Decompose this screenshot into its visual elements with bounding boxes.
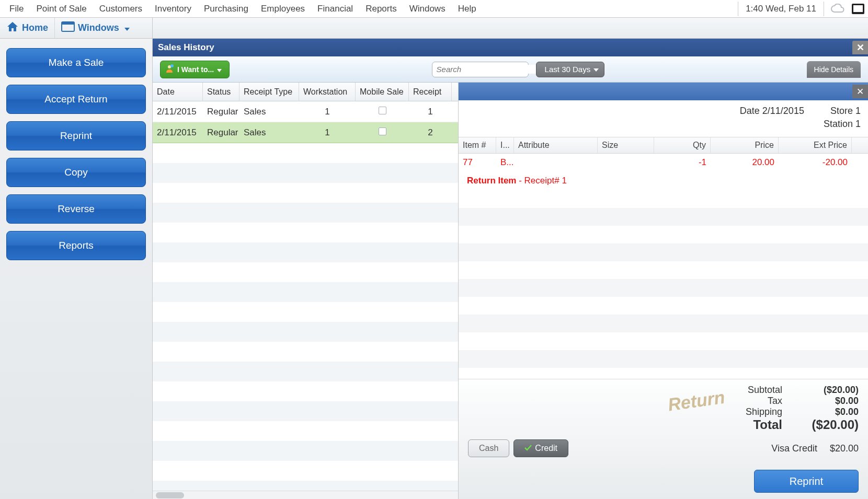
detail-panel: ✕ Date 2/11/2015 Store 1	[459, 83, 868, 499]
search-input-wrap[interactable]	[432, 62, 529, 77]
panel-title: Sales History	[158, 42, 214, 53]
sidebar-reverse-button[interactable]: Reverse	[6, 194, 146, 224]
item-cell: -1	[654, 157, 711, 168]
menu-financial[interactable]: Financial	[311, 2, 359, 16]
grid-cell	[356, 127, 409, 138]
item-col-i-[interactable]: I...	[496, 137, 514, 153]
grid-col-status[interactable]: Status	[203, 83, 239, 101]
grid-header: DateStatusReceipt TypeWorkstationMobile …	[153, 83, 458, 101]
grid-row[interactable]: 2/11/2015RegularSales12	[153, 122, 458, 143]
hide-details-button[interactable]: Hide Details	[807, 61, 861, 78]
tender-credit-button[interactable]: Credit	[513, 439, 568, 457]
menu-help[interactable]: Help	[452, 2, 483, 16]
menu-reports[interactable]: Reports	[359, 2, 403, 16]
grid-col-receipt[interactable]: Receipt	[409, 83, 452, 101]
windows-button[interactable]: Windows	[54, 18, 136, 38]
grid-cell: 2	[409, 127, 452, 138]
menu-purchasing[interactable]: Purchasing	[198, 2, 255, 16]
tax-label: Tax	[738, 396, 796, 407]
item-cell: -20.00	[779, 157, 852, 168]
total-label: Total	[738, 417, 796, 432]
grid-col-date[interactable]: Date	[153, 83, 203, 101]
credit-label: Credit	[535, 444, 557, 453]
search-input[interactable]	[437, 65, 536, 74]
mobile-sale-checkbox[interactable]	[379, 107, 386, 114]
windows-label: Windows	[78, 22, 119, 33]
hide-details-label: Hide Details	[814, 65, 853, 74]
i-want-to-label: I Want to...	[177, 65, 214, 74]
sidebar: Make a SaleAccept ReturnReprintCopyRever…	[0, 39, 153, 499]
sidebar-accept-return-button[interactable]: Accept Return	[6, 85, 146, 114]
menubar: FilePoint of SaleCustomersInventoryPurch…	[0, 0, 868, 18]
detail-stripes	[459, 190, 868, 379]
grid-cell: Sales	[239, 107, 299, 117]
return-note-bold: Return Item	[467, 176, 516, 185]
item-row[interactable]: 77B...-120.00-20.00	[459, 154, 868, 171]
sidebar-reprint-button[interactable]: Reprint	[6, 121, 146, 150]
panel-close-button[interactable]: ✕	[852, 41, 868, 54]
grid-col-workstation[interactable]: Workstation	[299, 83, 356, 101]
item-col-price[interactable]: Price	[711, 137, 779, 153]
chevron-down-icon	[124, 22, 130, 33]
subtotal-label: Subtotal	[738, 385, 796, 396]
item-col-size[interactable]: Size	[598, 137, 654, 153]
user-icon	[165, 64, 174, 75]
mobile-sale-checkbox[interactable]	[379, 127, 386, 135]
item-col-item-[interactable]: Item #	[459, 137, 496, 153]
date-filter-dropdown[interactable]: Last 30 Days	[536, 62, 605, 77]
grid-cell	[356, 107, 409, 117]
summary: Return Subtotal($20.00) Tax$0.00 Shippin…	[459, 379, 868, 499]
reprint-button[interactable]: Reprint	[754, 470, 859, 493]
sidebar-make-a-sale-button[interactable]: Make a Sale	[6, 48, 146, 77]
grid-row[interactable]: 2/11/2015RegularSales11	[153, 101, 458, 122]
meta-date-value: 2/11/2015	[762, 106, 804, 116]
return-note: Return Item - Receipt# 1	[459, 171, 868, 190]
svg-rect-3	[62, 22, 74, 25]
horizontal-scrollbar[interactable]	[153, 491, 458, 499]
i-want-to-button[interactable]: I Want to...	[160, 61, 230, 78]
meta-store-label: Store	[830, 106, 853, 116]
sidebar-copy-button[interactable]: Copy	[6, 158, 146, 187]
shipping-label: Shipping	[738, 407, 796, 417]
menu-customers[interactable]: Customers	[93, 2, 149, 16]
item-grid-header: Item #I...AttributeSizeQtyPriceExt Price	[459, 137, 868, 154]
svg-rect-1	[853, 5, 863, 12]
home-button[interactable]: Home	[0, 18, 54, 38]
scrollbar-thumb[interactable]	[156, 492, 184, 498]
return-note-rest: - Receipt# 1	[516, 176, 566, 185]
grid-cell: Sales	[239, 127, 299, 138]
menu-point-of-sale[interactable]: Point of Sale	[30, 2, 93, 16]
item-col-qty[interactable]: Qty	[654, 137, 711, 153]
menu-windows[interactable]: Windows	[403, 2, 452, 16]
grid-col-mobile-sale[interactable]: Mobile Sale	[356, 83, 409, 101]
svg-point-5	[170, 64, 174, 67]
menu-employees[interactable]: Employees	[255, 2, 311, 16]
toolbar: I Want to... Last 30 Days Hide Deta	[153, 56, 868, 83]
detail-close-button[interactable]: ✕	[852, 85, 868, 98]
meta-date-label: Date	[740, 106, 760, 116]
grid-cell: 2/11/2015	[153, 127, 203, 138]
item-cell: 77	[459, 157, 496, 168]
cash-label: Cash	[479, 444, 498, 453]
tender-cash-button[interactable]: Cash	[468, 439, 509, 457]
grid-col-receipt-type[interactable]: Receipt Type	[239, 83, 299, 101]
menu-file[interactable]: File	[3, 2, 30, 16]
item-col-ext-price[interactable]: Ext Price	[779, 137, 852, 153]
grid-cell: 1	[299, 127, 356, 138]
close-icon: ✕	[856, 43, 864, 52]
main-panel: Sales History ✕ I Want to...	[153, 39, 868, 499]
subtotal-value: ($20.00)	[796, 385, 859, 396]
grid-cell: Regular	[203, 107, 239, 117]
payment-amount: $20.00	[830, 443, 859, 454]
shipping-value: $0.00	[796, 407, 859, 417]
meta-store-value: 1	[855, 106, 861, 116]
item-col-attribute[interactable]: Attribute	[514, 137, 598, 153]
grid-cell: 1	[299, 107, 356, 117]
sidebar-reports-button[interactable]: Reports	[6, 231, 146, 260]
fullscreen-icon[interactable]	[851, 3, 865, 15]
grid-cell: 1	[409, 107, 452, 117]
menu-inventory[interactable]: Inventory	[149, 2, 198, 16]
meta-station-value: 1	[855, 119, 861, 129]
grid-cell: 2/11/2015	[153, 107, 203, 117]
meta-station-label: Station	[824, 119, 853, 129]
